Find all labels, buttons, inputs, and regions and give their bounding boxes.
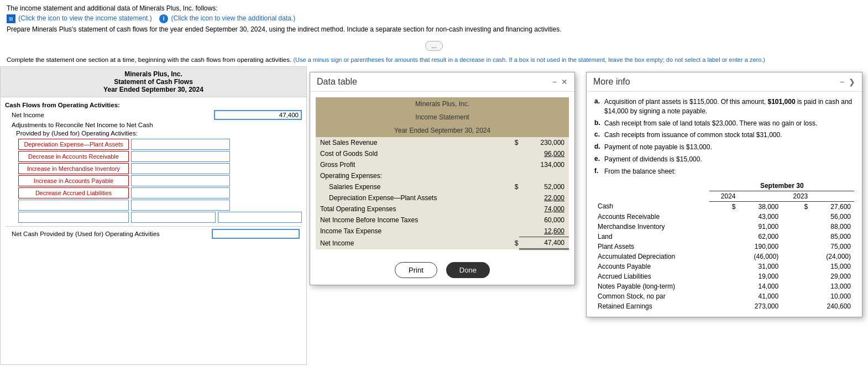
balance-label-empty — [594, 191, 709, 201]
balance-2023-spacer — [811, 191, 854, 201]
accrued-liabilities-label-btn[interactable]: Decrease Accrued Liabilities — [18, 187, 129, 198]
more-info-expand[interactable]: ❯ — [849, 77, 855, 86]
accounts-receivable-input[interactable] — [131, 151, 230, 162]
net-sales-dollar: $ — [505, 137, 519, 148]
income-header-period: Year Ended September 30, 2024 — [316, 124, 569, 137]
net-income-table-dollar: $ — [505, 237, 519, 249]
income-row-tax: Income Tax Expense 12,600 — [316, 226, 569, 237]
adjustments-title: Adjustments to Reconcile Net Income to N… — [5, 122, 302, 128]
statement-header: Minerals Plus, Inc. Statement of Cash Fl… — [1, 67, 306, 97]
divider-button[interactable]: ... — [425, 41, 442, 51]
accrued-liabilities-input[interactable] — [131, 187, 230, 198]
accounts-receivable-label-btn[interactable]: Decrease in Accounts Receivable — [18, 151, 129, 162]
blank-label-2[interactable] — [18, 212, 129, 223]
divider-section: ... — [0, 38, 868, 54]
balance-dollar-2023-6 — [782, 262, 811, 271]
left-panel: Minerals Plus, Inc. Statement of Cash Fl… — [0, 66, 307, 365]
net-income-input[interactable] — [214, 110, 302, 120]
total-value-input[interactable] — [212, 229, 300, 239]
income-row-cogs: Cost of Goods Sold 96,000 — [316, 148, 569, 159]
info-text-f: From the balance sheet: — [604, 167, 854, 176]
additional-data-link[interactable]: (Click the icon to view the additional d… — [171, 14, 295, 22]
statement-title: Statement of Cash Flows — [3, 78, 304, 86]
balance-dollar-2024-10 — [709, 301, 739, 311]
info-text-b: Cash receipt from sale of land totals $2… — [604, 119, 854, 128]
info-text-a: Acquisition of plant assets is $115,000.… — [604, 97, 854, 116]
income-header-company: Minerals Plus, Inc. — [316, 97, 569, 111]
balance-dollar-2024-4 — [709, 242, 739, 252]
provided-title: Provided by (Used for) Operating Activit… — [5, 130, 302, 137]
net-income-label: Net Income — [12, 112, 44, 118]
operating-section-title: Cash Flows from Operating Activities: — [5, 102, 302, 108]
statement-period: Year Ended September 30, 2024 — [3, 86, 304, 93]
gross-profit-dollar — [505, 159, 519, 170]
blank-value-1[interactable] — [131, 200, 230, 211]
balance-label-1: Accounts Receivable — [594, 212, 709, 222]
income-subtitle: Income Statement — [316, 111, 569, 124]
info-label-b: b. — [594, 119, 602, 128]
balance-dollar-2024-5 — [709, 252, 739, 262]
balance-val-2023-3: 85,000 — [811, 232, 854, 242]
input-row-accrued-liabilities: Decrease Accrued Liabilities — [5, 187, 302, 198]
balance-label-9: Common Stock, no par — [594, 291, 709, 301]
accounts-payable-label-btn[interactable]: Increase in Accounts Payable — [18, 175, 129, 186]
depreciation-label-btn[interactable]: Depreciation Expense—Plant Assets — [18, 139, 129, 150]
income-statement-link[interactable]: (Click the icon to view the income state… — [18, 14, 151, 22]
info-item-b: b. Cash receipt from sale of land totals… — [594, 119, 854, 128]
income-period: Year Ended September 30, 2024 — [316, 124, 569, 137]
income-row-salaries: Salaries Expense $ 52,000 — [316, 181, 569, 192]
balance-sheet-table: September 30 2024 2023 Cash $ 38,000 $ — [594, 181, 854, 311]
depreciation-input[interactable] — [131, 139, 230, 150]
data-table-title: Data table — [317, 77, 357, 87]
income-row-net-income: Net Income $ 47,400 — [316, 237, 569, 249]
input-row-accounts-payable: Increase in Accounts Payable — [5, 175, 302, 186]
info-item-f: f. From the balance sheet: — [594, 167, 854, 176]
content-area: Minerals Plus, Inc. Statement of Cash Fl… — [0, 66, 868, 365]
data-table-footer: Print Done — [310, 255, 574, 285]
balance-dollar-2023-10 — [782, 301, 811, 311]
income-header-subtitle: Income Statement — [316, 111, 569, 124]
more-info-minimize[interactable]: − — [840, 77, 844, 86]
info-icon[interactable]: i — [159, 14, 168, 23]
income-before-tax-value: 60,000 — [519, 215, 569, 226]
data-table-close[interactable]: ✕ — [561, 77, 568, 86]
cogs-dollar — [505, 148, 519, 159]
merchandise-inventory-label-btn[interactable]: Increase in Merchandise Inventory — [18, 163, 129, 174]
info-item-c: c. Cash receipts from issuance of common… — [594, 130, 854, 140]
balance-dollar-2024-7 — [709, 271, 739, 281]
info-text-c: Cash receipts from issuance of common st… — [604, 130, 854, 140]
cogs-value: 96,000 — [519, 148, 569, 159]
balance-dollar-2023-4 — [782, 242, 811, 252]
merchandise-inventory-input[interactable] — [131, 163, 230, 174]
balance-dollar-2023-0: $ — [782, 201, 811, 212]
data-table-controls: − ✕ — [552, 77, 568, 86]
print-button[interactable]: Print — [395, 262, 437, 278]
balance-val-2024-8: 14,000 — [739, 281, 782, 291]
blank-row-2 — [5, 212, 302, 223]
balance-val-2024-5: (46,000) — [739, 252, 782, 262]
more-info-modal: More info − ❯ a. Acquisition of plant as… — [586, 72, 862, 317]
balance-val-2023-10: 240,600 — [811, 301, 854, 311]
depreciation-value: 22,000 — [519, 192, 569, 203]
balance-val-2023-6: 15,000 — [811, 262, 854, 271]
complete-instruction: Complete the statement one section at a … — [0, 54, 868, 66]
blank-label-1[interactable] — [18, 200, 129, 211]
blank-value-2b[interactable] — [218, 212, 302, 223]
balance-header-years: 2024 2023 — [594, 191, 854, 201]
balance-val-2023-9: 10,000 — [811, 291, 854, 301]
balance-row-2: Merchandise Inventory 91,000 88,000 — [594, 222, 854, 232]
balance-row-7: Accrued Liabilities 19,000 29,000 — [594, 271, 854, 281]
hint-text: (Use a minus sign or parentheses for amo… — [293, 56, 765, 63]
grid-icon[interactable]: ⊞ — [7, 14, 15, 23]
done-button[interactable]: Done — [446, 262, 490, 278]
data-table-minimize[interactable]: − — [552, 77, 557, 86]
balance-label-0: Cash — [594, 201, 709, 212]
salaries-value: 52,000 — [519, 181, 569, 192]
balance-dollar-2023-3 — [782, 232, 811, 242]
blank-value-2a[interactable] — [131, 212, 216, 223]
balance-row-10: Retained Earnings 273,000 240,600 — [594, 301, 854, 311]
accounts-payable-input[interactable] — [131, 175, 230, 186]
balance-2024-header: 2024 — [709, 191, 739, 201]
main-container: The income statement and additional data… — [0, 0, 868, 387]
balance-period-header: September 30 — [709, 181, 854, 191]
